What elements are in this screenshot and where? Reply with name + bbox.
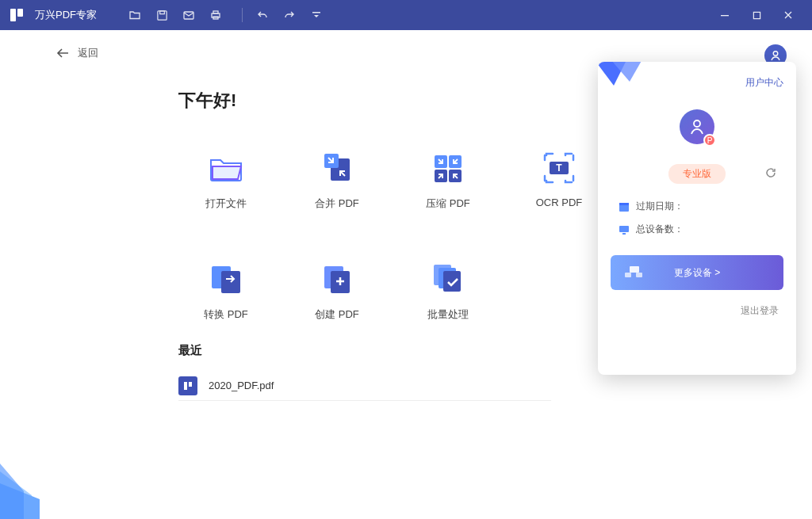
svg-rect-34 xyxy=(630,266,639,273)
ocr-icon: T xyxy=(540,149,578,187)
action-label: 合并 PDF xyxy=(315,197,359,211)
svg-rect-32 xyxy=(619,226,629,232)
expire-label: 过期日期： xyxy=(636,200,684,213)
pro-label: 专业版 xyxy=(668,164,726,184)
user-panel: 用户中心 P 专业版 过期日期： 总设备数： 更多设备 > 退出登录 xyxy=(598,62,796,375)
svg-rect-6 xyxy=(213,11,218,13)
corner-decoration-icon xyxy=(0,448,56,519)
content-area: 返回 下午好! 打开文件 合并 PDF 压缩 PDF T xyxy=(0,30,812,519)
svg-rect-35 xyxy=(625,273,631,277)
more-devices-button[interactable]: 更多设备 > xyxy=(611,255,783,290)
compress-pdf-action[interactable]: 压缩 PDF xyxy=(393,149,504,260)
mail-icon[interactable] xyxy=(178,5,199,25)
save-icon[interactable] xyxy=(151,5,172,25)
convert-icon xyxy=(207,260,245,298)
svg-rect-10 xyxy=(753,12,760,18)
svg-rect-31 xyxy=(619,203,629,205)
svg-rect-9 xyxy=(721,15,729,16)
undo-icon[interactable] xyxy=(252,5,273,25)
open-folder-icon xyxy=(207,149,245,187)
svg-rect-36 xyxy=(636,273,642,277)
action-label: 转换 PDF xyxy=(204,307,248,322)
more-devices-label: 更多设备 > xyxy=(674,266,720,280)
action-label: 打开文件 xyxy=(205,197,247,211)
svg-rect-0 xyxy=(10,9,16,21)
svg-point-11 xyxy=(773,52,778,56)
redo-icon[interactable] xyxy=(279,5,300,25)
devices-row: 总设备数： xyxy=(611,223,783,236)
print-icon[interactable] xyxy=(205,5,226,25)
avatar-wrap: P xyxy=(611,109,783,144)
monitor-icon xyxy=(619,224,630,235)
batch-icon xyxy=(429,260,467,298)
close-button[interactable] xyxy=(772,0,804,30)
svg-rect-33 xyxy=(622,233,626,235)
svg-rect-1 xyxy=(17,9,23,17)
recent-file-name: 2020_PDF.pdf xyxy=(209,380,274,391)
refresh-icon[interactable] xyxy=(764,166,777,182)
action-label: 创建 PDF xyxy=(315,307,359,322)
app-title: 万兴PDF专家 xyxy=(35,8,97,22)
minimize-button[interactable] xyxy=(709,0,741,30)
create-icon xyxy=(318,260,356,298)
recent-title: 最近 xyxy=(178,343,202,358)
folder-icon[interactable] xyxy=(124,5,145,25)
greeting-text: 下午好! xyxy=(178,89,236,113)
svg-rect-3 xyxy=(159,10,164,13)
merge-pdf-action[interactable]: 合并 PDF xyxy=(282,149,393,260)
open-file-action[interactable]: 打开文件 xyxy=(170,149,282,260)
calendar-icon xyxy=(619,201,630,212)
svg-text:T: T xyxy=(556,162,562,174)
separator xyxy=(242,8,243,22)
devices-label: 总设备数： xyxy=(636,223,684,236)
svg-rect-8 xyxy=(312,12,320,13)
app-logo-icon xyxy=(8,6,25,24)
back-button[interactable]: 返回 xyxy=(56,46,98,60)
logout-button[interactable]: 退出登录 xyxy=(611,304,783,318)
svg-point-29 xyxy=(694,120,700,127)
svg-rect-26 xyxy=(443,271,461,292)
user-center-link[interactable]: 用户中心 xyxy=(745,77,783,88)
recent-file-item[interactable]: 2020_PDF.pdf xyxy=(178,371,551,401)
back-label: 返回 xyxy=(78,46,98,60)
expire-row: 过期日期： xyxy=(611,200,783,213)
pdf-file-icon xyxy=(178,376,197,395)
panel-decoration-icon xyxy=(598,62,653,101)
svg-rect-28 xyxy=(189,382,192,387)
devices-icon xyxy=(623,265,644,280)
create-pdf-action[interactable]: 创建 PDF xyxy=(282,260,393,371)
dropdown-icon[interactable] xyxy=(306,5,327,25)
titlebar: 万兴PDF专家 xyxy=(0,0,812,30)
compress-icon xyxy=(429,149,467,187)
pro-badge-icon: P xyxy=(703,134,716,147)
batch-action[interactable]: 批量处理 xyxy=(393,260,504,371)
merge-icon xyxy=(318,149,356,187)
action-label: 压缩 PDF xyxy=(426,197,470,211)
svg-rect-2 xyxy=(157,10,166,19)
action-label: OCR PDF xyxy=(536,197,583,208)
maximize-button[interactable] xyxy=(741,0,772,30)
action-label: 批量处理 xyxy=(427,307,469,322)
actions-grid: 打开文件 合并 PDF 压缩 PDF T OCR PDF 转换 PDF xyxy=(170,149,615,371)
svg-rect-27 xyxy=(184,382,187,390)
